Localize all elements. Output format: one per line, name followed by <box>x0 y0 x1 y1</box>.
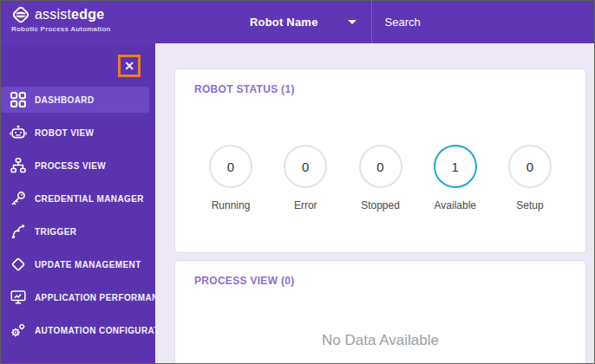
sidebar-item-label: PROCESS VIEW <box>35 161 106 171</box>
sidebar-close-button[interactable]: ✕ <box>118 55 141 77</box>
brand-logo-block: assistedge Robotic Process Automation <box>1 1 155 43</box>
sidebar-item-label: APPLICATION PERFORMAN <box>35 293 155 302</box>
robot-icon <box>10 124 27 141</box>
robot-status-card: ROBOT STATUS (1) 0 Running 0 Error 0 Sto… <box>174 68 586 253</box>
sidebar-item-dashboard[interactable]: DASHBOARD <box>1 87 149 113</box>
metric-setup: 0 Setup <box>506 145 554 211</box>
sidebar-item-application-performance[interactable]: APPLICATION PERFORMAN <box>1 284 155 310</box>
assistedge-window: assistedge Robotic Process Automation Ro… <box>0 0 595 364</box>
sidebar-item-label: UPDATE MANAGEMENT <box>35 260 141 270</box>
sidebar: ✕ DASHBOARD <box>1 43 155 363</box>
main-content: ROBOT STATUS (1) 0 Running 0 Error 0 Sto… <box>155 43 594 363</box>
sidebar-item-update-management[interactable]: UPDATE MANAGEMENT <box>1 251 155 277</box>
sidebar-item-robot-view[interactable]: ROBOT VIEW <box>1 120 155 146</box>
process-view-title: PROCESS VIEW (0) <box>175 261 585 287</box>
gears-icon <box>10 322 27 339</box>
topbar: assistedge Robotic Process Automation Ro… <box>1 1 594 43</box>
metric-label: Stopped <box>361 199 400 211</box>
robot-name-dropdown[interactable]: Robot Name <box>250 1 356 43</box>
sidebar-nav: DASHBOARD ROBOT VIEW <box>1 87 155 343</box>
metric-circle: 0 <box>284 145 327 188</box>
metric-circle: 0 <box>359 145 402 188</box>
search-button[interactable]: Search <box>385 16 421 29</box>
key-icon <box>10 190 27 207</box>
metric-label: Running <box>212 199 251 211</box>
metric-available: 1 Available <box>431 145 480 211</box>
assistedge-logo-icon <box>11 5 30 24</box>
brand-name: assistedge <box>35 7 104 23</box>
brand-tagline: Robotic Process Automation <box>11 25 155 33</box>
no-data-message: No Data Available <box>175 332 585 349</box>
metric-error: 0 Error <box>281 145 330 211</box>
robot-name-dropdown-label: Robot Name <box>250 16 318 29</box>
process-view-card: PROCESS VIEW (0) No Data Available <box>174 260 586 364</box>
sidebar-item-label: TRIGGER <box>35 227 76 237</box>
sidebar-item-label: DASHBOARD <box>35 95 95 105</box>
sidebar-item-process-view[interactable]: PROCESS VIEW <box>1 153 155 179</box>
metric-running: 0 Running <box>206 145 255 211</box>
sidebar-item-label: CREDENTIAL MANAGER <box>35 194 144 204</box>
metric-label: Error <box>294 199 317 211</box>
sidebar-item-label: AUTOMATION CONFIGURAT <box>35 326 155 335</box>
diamond-icon <box>10 256 27 273</box>
process-tree-icon <box>10 157 27 174</box>
dashboard-grid-icon <box>10 91 27 108</box>
trigger-branch-icon <box>10 223 27 240</box>
robot-status-title: ROBOT STATUS (1) <box>175 69 585 95</box>
monitor-chart-icon <box>10 289 27 306</box>
robot-status-metrics: 0 Running 0 Error 0 Stopped 1 Available <box>175 145 585 211</box>
metric-circle: 0 <box>209 145 252 188</box>
metric-circle: 0 <box>508 145 552 188</box>
metric-circle: 1 <box>434 145 477 188</box>
metric-label: Available <box>435 199 476 211</box>
sidebar-item-credential-manager[interactable]: CREDENTIAL MANAGER <box>1 185 155 211</box>
sidebar-item-label: ROBOT VIEW <box>35 128 94 138</box>
metric-stopped: 0 Stopped <box>356 145 405 211</box>
sidebar-item-trigger[interactable]: TRIGGER <box>1 218 155 244</box>
topbar-divider <box>371 1 372 43</box>
chevron-down-icon[interactable] <box>348 20 356 24</box>
sidebar-item-automation-configuration[interactable]: AUTOMATION CONFIGURAT <box>1 317 155 343</box>
metric-label: Setup <box>516 199 543 211</box>
